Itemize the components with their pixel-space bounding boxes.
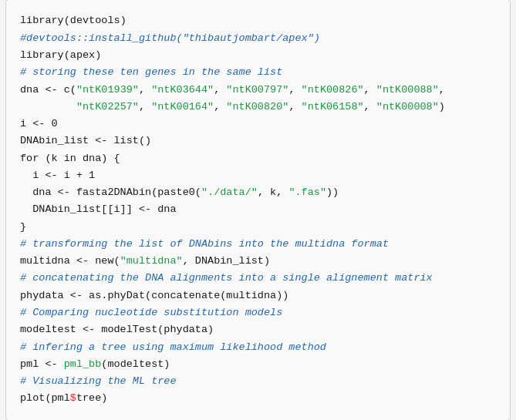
line-15: multidna <- new("multidna", DNAbin_list) <box>20 253 496 270</box>
line-2: #devtools::install_github("thibautjombar… <box>20 30 496 47</box>
line-20: # infering a tree using maximum likeliho… <box>20 339 496 356</box>
line-13: } <box>20 219 496 236</box>
line-11: dna <- fasta2DNAbin(paste0("./data/", k,… <box>20 184 496 201</box>
line-12: DNAbin_list[[i]] <- dna <box>20 201 496 218</box>
code-block: library(devtools) #devtools::install_git… <box>5 0 511 420</box>
line-9: for (k in dna) { <box>20 150 496 167</box>
line-1: library(devtools) <box>20 12 496 29</box>
line-18: # Comparing nucleotide substitution mode… <box>20 304 496 321</box>
line-4: # storing these ten genes in the same li… <box>20 64 496 81</box>
line-17: phydata <- as.phyDat(concatenate(multidn… <box>20 287 496 304</box>
line-6: "ntK02257", "ntK00164", "ntK00820", "ntK… <box>20 99 496 116</box>
line-14: # transforming the list of DNAbins into … <box>20 236 496 253</box>
line-22: # Visualizing the ML tree <box>20 373 496 390</box>
line-5: dna <- c("ntK01939", "ntK03644", "ntK007… <box>20 82 496 99</box>
line-8: DNAbin_list <- list() <box>20 133 496 150</box>
line-7: i <- 0 <box>20 116 496 133</box>
line-19: modeltest <- modelTest(phydata) <box>20 321 496 338</box>
line-10: i <- i + 1 <box>20 167 496 184</box>
line-21: pml <- pml_bb(modeltest) <box>20 356 496 373</box>
line-23: plot(pml$tree) <box>20 390 496 407</box>
line-3: library(apex) <box>20 47 496 64</box>
line-16: # concatenating the DNA alignments into … <box>20 270 496 287</box>
